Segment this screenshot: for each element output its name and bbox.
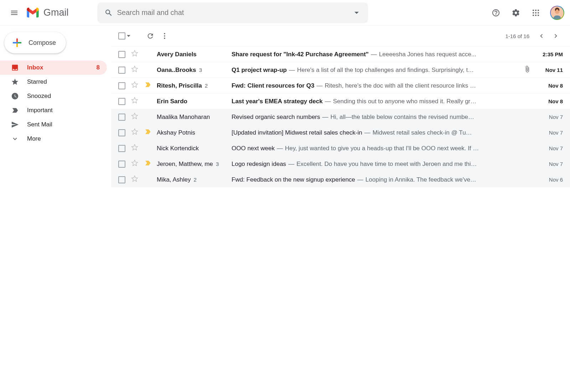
important-marker[interactable] [145,129,154,136]
star-toggle[interactable] [131,50,140,59]
row-checkbox[interactable] [118,67,125,74]
mail-row[interactable]: Akshay Potnis[Updated invitation] Midwes… [111,125,570,140]
refresh-button[interactable] [143,29,157,43]
important-icon [11,106,19,115]
nav-label: Inbox [27,64,97,71]
star-toggle[interactable] [131,175,140,184]
mail-row[interactable]: Ritesh, Priscilla 2Fwd: Client resources… [111,78,570,93]
svg-point-11 [164,33,165,35]
clock-icon [11,92,19,100]
snippet: Sending this out to anyone who missed it… [333,98,477,105]
star-toggle[interactable] [131,160,140,168]
next-page-button[interactable] [549,29,563,43]
compose-button[interactable]: Compose [4,32,66,53]
mail-content: Share request for "Ink-42 Purchase Agree… [232,51,535,58]
subject: OOO next week [232,145,275,152]
more-vert-icon [161,32,169,40]
separator: — [371,51,377,58]
select-all-checkbox[interactable] [118,32,125,40]
search-options-dropdown[interactable] [348,12,365,14]
mail-content: Fwd: Client resources for Q3 — Ritesh, h… [232,82,535,89]
row-checkbox[interactable] [118,129,125,136]
row-checkbox[interactable] [118,161,125,168]
sidebar-item-snoozed[interactable]: Snoozed [0,89,107,103]
separator: — [288,161,294,168]
sidebar-item-more[interactable]: More [0,132,107,146]
star-toggle[interactable] [131,66,140,74]
row-checkbox[interactable] [118,82,125,89]
mail-row[interactable]: Nick KortendickOOO next week — Hey, just… [111,140,570,156]
support-button[interactable] [487,4,504,21]
mail-content: Last year's EMEA strategy deck — Sending… [232,98,535,105]
main-menu-button[interactable] [6,4,23,21]
row-checkbox[interactable] [118,51,125,58]
thread-count: 3 [198,67,202,73]
subject: Revised organic search numbers [232,114,320,121]
svg-point-7 [535,15,537,16]
search-input[interactable] [117,9,348,17]
nav-count: 8 [97,64,100,71]
help-icon [492,9,500,17]
date: Nov 8 [535,83,563,89]
prev-page-button[interactable] [534,29,549,43]
more-actions-button[interactable] [157,29,172,43]
sender: Akshay Potnis [157,129,232,136]
star-toggle[interactable] [131,128,140,137]
date: Nov 6 [535,177,563,183]
separator: — [316,82,322,89]
separator: — [325,98,331,105]
svg-point-13 [164,38,165,39]
star-toggle[interactable] [131,97,140,106]
thread-count: 2 [203,83,208,89]
chevron-right-icon [552,32,560,40]
row-checkbox[interactable] [118,145,125,152]
sidebar-item-sent-mail[interactable]: Sent Mail [0,117,107,132]
date: Nov 8 [535,98,563,104]
mail-row[interactable]: Avery DanielsShare request for "Ink-42 P… [111,46,570,62]
row-checkbox[interactable] [118,98,125,105]
settings-button[interactable] [507,4,524,21]
google-apps-button[interactable] [527,4,544,21]
row-checkbox[interactable] [118,114,125,121]
mail-row[interactable]: Oana..Brooks 3Q1 project wrap-up — Here'… [111,62,570,78]
sender: Mika, Ashley 2 [157,176,232,183]
mail-row[interactable]: Mika, Ashley 2Fwd: Feedback on the new s… [111,172,570,187]
sender: Avery Daniels [157,51,232,58]
star-icon [11,78,19,86]
date: Nov 7 [535,130,563,136]
subject: Fwd: Feedback on the new signup experien… [232,176,355,183]
header-actions [487,4,564,21]
separator: — [289,67,295,74]
star-toggle[interactable] [131,144,140,153]
separator: — [357,176,363,183]
hamburger-icon [10,9,19,17]
refresh-icon [146,32,154,40]
date: Nov 7 [535,161,563,167]
snippet: Hi, all—the table below contains the rev… [331,114,475,121]
gmail-logo[interactable]: Gmail [26,6,69,20]
select-all[interactable] [118,32,130,40]
date: Nov 11 [535,67,563,73]
account-avatar[interactable] [550,6,564,20]
sender: Nick Kortendick [157,145,232,152]
star-toggle[interactable] [131,81,140,90]
search-icon[interactable] [100,9,117,17]
separator: — [364,129,370,136]
svg-point-1 [535,10,537,11]
snippet: Midwest retail sales check-in @ Tu… [373,129,472,136]
important-marker[interactable] [145,82,154,89]
mail-row[interactable]: Maalika ManoharanRevised organic search … [111,109,570,125]
thread-count: 3 [214,161,219,167]
star-toggle[interactable] [131,113,140,121]
row-checkbox[interactable] [118,176,125,183]
important-marker[interactable] [145,160,154,168]
search-bar[interactable] [97,2,368,23]
sidebar-item-starred[interactable]: Starred [0,75,107,89]
thread-count: 2 [192,177,197,183]
sidebar-item-inbox[interactable]: Inbox8 [0,61,107,75]
mail-row[interactable]: Erin SardoLast year's EMEA strategy deck… [111,93,570,109]
select-all-dropdown[interactable] [127,33,130,39]
toolbar: 1-16 of 16 [111,26,570,46]
mail-row[interactable]: Jeroen, Matthew, me 3Logo redesign ideas… [111,156,570,172]
sidebar-item-important[interactable]: Important [0,103,107,117]
